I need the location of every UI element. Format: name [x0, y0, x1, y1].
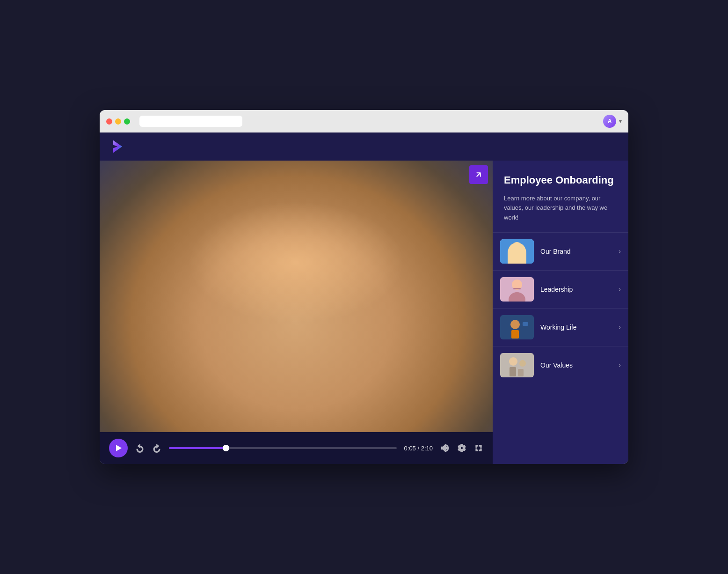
- svg-rect-31: [523, 322, 528, 326]
- svg-point-34: [519, 360, 526, 367]
- forward-button[interactable]: [152, 443, 161, 453]
- address-bar[interactable]: [139, 116, 242, 127]
- volume-button[interactable]: [440, 443, 450, 453]
- traffic-lights: [106, 118, 130, 125]
- browser-window: A ▾: [100, 110, 628, 464]
- minimize-button[interactable]: [115, 118, 121, 125]
- right-panel: Employee Onboarding Learn more about our…: [493, 161, 628, 464]
- chapter-label-our-brand: Our Brand: [540, 248, 615, 255]
- video-player[interactable]: [100, 161, 493, 432]
- chapter-item-working-life[interactable]: Working Life ›: [493, 308, 628, 346]
- chapter-label-our-values: Our Values: [540, 361, 615, 369]
- rewind-icon: [135, 443, 145, 453]
- maximize-button[interactable]: [124, 118, 130, 125]
- chapter-label-working-life: Working Life: [540, 324, 615, 331]
- progress-fill: [169, 447, 226, 449]
- chapter-item-our-values[interactable]: Our Values ›: [493, 346, 628, 384]
- svg-point-22: [508, 254, 526, 264]
- svg-rect-27: [513, 288, 521, 289]
- progress-bar[interactable]: [169, 447, 397, 449]
- fullscreen-icon: [474, 443, 483, 453]
- expand-button[interactable]: [469, 165, 488, 184]
- chapter-list: Our Brand › Leader: [493, 232, 628, 464]
- chapter-thumb-our-values: [500, 353, 534, 377]
- browser-chrome: A ▾: [100, 110, 628, 132]
- chapter-thumb-working-life: [500, 315, 534, 339]
- video-frame: [100, 161, 493, 432]
- svg-rect-32: [500, 353, 534, 377]
- app-container: 0:05 / 2:10: [100, 132, 628, 464]
- app-logo: [109, 138, 126, 155]
- svg-rect-35: [510, 367, 516, 376]
- svg-point-33: [509, 357, 517, 366]
- svg-point-29: [510, 320, 520, 329]
- chevron-right-icon-leadership: ›: [619, 285, 621, 294]
- svg-point-21: [511, 242, 523, 253]
- settings-icon: [457, 443, 466, 453]
- svg-rect-20: [500, 239, 534, 264]
- chapter-item-our-brand[interactable]: Our Brand ›: [493, 232, 628, 270]
- time-display: 0:05 / 2:10: [404, 445, 433, 452]
- video-controls: 0:05 / 2:10: [100, 432, 493, 464]
- face-highlight: [188, 201, 404, 324]
- video-area: 0:05 / 2:10: [100, 161, 493, 464]
- svg-point-25: [512, 280, 522, 290]
- play-button[interactable]: [109, 439, 128, 457]
- chapter-thumb-our-brand: [500, 239, 534, 264]
- chapter-label-leadership: Leadership: [540, 286, 615, 293]
- chevron-right-icon-our-values: ›: [619, 361, 621, 369]
- settings-button[interactable]: [457, 443, 466, 453]
- chevron-down-icon: ▾: [619, 118, 622, 125]
- svg-rect-36: [518, 369, 524, 376]
- working-life-thumb: [500, 315, 534, 339]
- rewind-button[interactable]: [135, 443, 145, 453]
- chevron-right-icon-our-brand: ›: [619, 247, 621, 256]
- expand-icon: [474, 170, 483, 179]
- our-values-thumb: [500, 353, 534, 377]
- close-button[interactable]: [106, 118, 112, 125]
- svg-rect-23: [513, 243, 521, 249]
- forward-icon: [152, 443, 161, 453]
- play-icon: [116, 445, 122, 451]
- volume-icon: [440, 443, 450, 453]
- our-brand-thumb: [500, 239, 534, 264]
- browser-right: A ▾: [603, 115, 622, 128]
- chevron-right-icon-working-life: ›: [619, 323, 621, 331]
- svg-rect-30: [511, 330, 519, 339]
- course-title: Employee Onboarding: [504, 174, 617, 187]
- main-content: 0:05 / 2:10: [100, 161, 628, 464]
- svg-marker-19: [116, 445, 122, 451]
- fullscreen-button[interactable]: [474, 443, 483, 453]
- progress-thumb: [223, 445, 229, 451]
- app-header: [100, 132, 628, 161]
- avatar[interactable]: A: [603, 115, 616, 128]
- svg-marker-0: [113, 140, 122, 153]
- course-info: Employee Onboarding Learn more about our…: [493, 161, 628, 232]
- leadership-thumb: [500, 277, 534, 302]
- chapter-item-leadership[interactable]: Leadership ›: [493, 270, 628, 308]
- chapter-thumb-leadership: [500, 277, 534, 302]
- course-description: Learn more about our company, our values…: [504, 194, 617, 223]
